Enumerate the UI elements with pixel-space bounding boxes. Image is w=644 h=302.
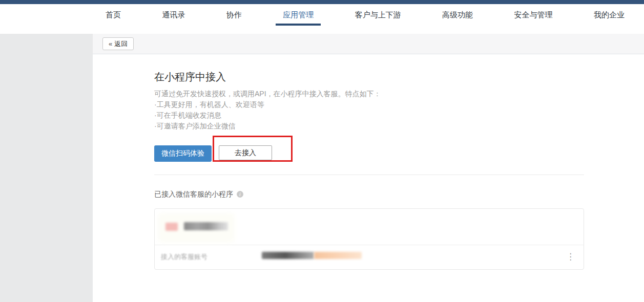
page-title: 在小程序中接入 [154, 70, 644, 84]
double-chevron-left-icon: « [109, 40, 112, 48]
miniprogram-card: 接入的客服账号 ⋮ [154, 208, 584, 270]
top-accent-bar [0, 0, 644, 4]
nav-tab-app-management[interactable]: 应用管理 [278, 4, 319, 26]
section-divider [154, 175, 584, 175]
back-button-label: 返回 [114, 39, 128, 49]
more-options-icon[interactable]: ⋮ [566, 251, 574, 263]
miniprogram-name-redacted [184, 222, 228, 230]
section-title: 已接入微信客服的小程序 [154, 189, 233, 199]
panel-header-strip: « 返回 [93, 34, 644, 54]
account-name-redacted [262, 252, 314, 259]
wechat-scan-experience-button[interactable]: 微信扫码体验 [154, 145, 212, 162]
feature-bullet: ·可在手机端收发消息 [154, 110, 644, 121]
main-nav: 首页 通讯录 协作 应用管理 客户与上下游 高级功能 安全与管理 我的企业 [0, 4, 644, 26]
nav-tab-customers[interactable]: 客户与上下游 [350, 4, 406, 26]
miniprogram-card-header [155, 209, 584, 245]
nav-tab-contacts[interactable]: 通讯录 [157, 4, 190, 26]
miniprogram-avatar-redacted [165, 223, 178, 231]
feature-bullet: ·可邀请客户添加企业微信 [154, 121, 644, 132]
go-connect-button[interactable]: 去接入 [219, 145, 272, 160]
nav-tab-security[interactable]: 安全与管理 [509, 4, 558, 26]
nav-tab-collaboration[interactable]: 协作 [221, 4, 247, 26]
feature-bullet: ·工具更好用，有机器人、欢迎语等 [154, 99, 644, 110]
nav-tab-advanced[interactable]: 高级功能 [437, 4, 478, 26]
nav-tab-my-company[interactable]: 我的企业 [589, 4, 630, 26]
action-buttons-row: 微信扫码体验 去接入 [154, 136, 585, 162]
content-panel: « 返回 在小程序中接入 可通过免开发快速授权，或调用API，在小程序中接入客服… [93, 34, 644, 302]
back-button[interactable]: « 返回 [102, 37, 134, 50]
nav-tab-home[interactable]: 首页 [100, 4, 126, 26]
connected-account-row: 接入的客服账号 ⋮ [155, 245, 584, 269]
connected-miniprogram-section-header: 已接入微信客服的小程序 i [154, 189, 644, 199]
page-background: « 返回 在小程序中接入 可通过免开发快速授权，或调用API，在小程序中接入客服… [0, 34, 644, 302]
connected-account-label-redacted: 接入的客服账号 [161, 252, 207, 262]
account-info-redacted [314, 252, 362, 259]
info-icon[interactable]: i [237, 191, 243, 198]
feature-description: 可通过免开发快速授权，或调用API，在小程序中接入客服。特点如下： [154, 89, 644, 99]
